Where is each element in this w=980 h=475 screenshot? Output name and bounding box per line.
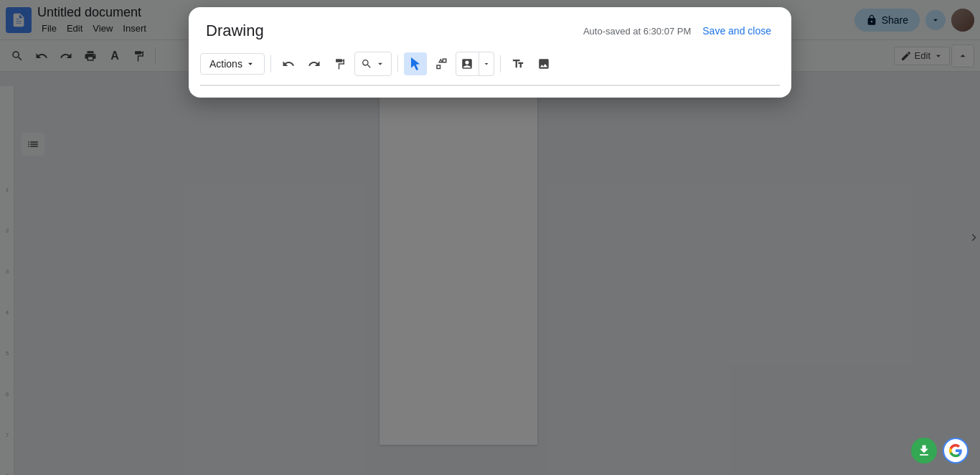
line-chevron-button[interactable] [479, 52, 494, 75]
drawing-autosave: Auto-saved at 6:30:07 PM [583, 26, 691, 37]
google-icon [948, 443, 963, 458]
shapes-button[interactable] [430, 52, 453, 75]
drawing-undo-icon [282, 57, 295, 70]
actions-label: Actions [209, 58, 242, 70]
floating-icon-google[interactable] [943, 438, 969, 464]
top-ruler-marks: 1 2 3 4 5 6 7 8 9 10 11 12 13 14 15 16 1 [218, 85, 742, 86]
download-icon [917, 443, 931, 458]
cursor-tool-button[interactable] [404, 52, 427, 75]
toolbar-sep-1 [270, 55, 271, 72]
drawing-dialog: Drawing Auto-saved at 6:30:07 PM Save an… [189, 7, 791, 98]
toolbar-sep-2 [397, 55, 398, 72]
line-tool-button[interactable] [456, 52, 479, 75]
drawing-ellipse[interactable] [405, 85, 592, 86]
drawing-redo-button[interactable] [303, 52, 326, 75]
zoom-button-group [354, 52, 392, 76]
save-close-button[interactable]: Save and close [699, 22, 774, 39]
zoom-control-button[interactable] [355, 52, 391, 75]
zoom-in-icon [361, 58, 372, 70]
zoom-chevron-icon [375, 59, 385, 69]
line-tool-chevron-icon [482, 60, 491, 68]
modal-overlay: Drawing Auto-saved at 6:30:07 PM Save an… [0, 0, 980, 475]
image-icon [537, 57, 550, 70]
cursor-icon [409, 57, 422, 70]
drawing-redo-icon [308, 57, 321, 70]
text-tool-button[interactable] [507, 52, 529, 75]
drawing-canvas-area: 1 2 3 4 5 6 7 8 9 10 11 12 13 14 15 16 1 [200, 85, 780, 86]
toolbar-sep-3 [500, 55, 501, 72]
line-icon [461, 57, 473, 70]
shapes-icon [435, 57, 448, 70]
actions-button[interactable]: Actions [200, 53, 265, 75]
drawing-header: Drawing Auto-saved at 6:30:07 PM Save an… [189, 7, 791, 52]
actions-chevron-icon [245, 59, 255, 69]
drawing-paint-format-button[interactable] [329, 52, 352, 75]
drawing-toolbar: Actions [189, 52, 791, 85]
floating-icons [911, 438, 969, 464]
text-icon [512, 57, 524, 70]
drawing-title: Drawing [206, 22, 583, 40]
image-tool-button[interactable] [532, 52, 555, 75]
line-button-group [456, 52, 494, 76]
canvas-top-ruler: 1 2 3 4 5 6 7 8 9 10 11 12 13 14 15 16 1 [218, 85, 779, 86]
drawing-paint-icon [334, 57, 347, 70]
floating-icon-green[interactable] [911, 438, 937, 464]
drawing-undo-button[interactable] [277, 52, 300, 75]
